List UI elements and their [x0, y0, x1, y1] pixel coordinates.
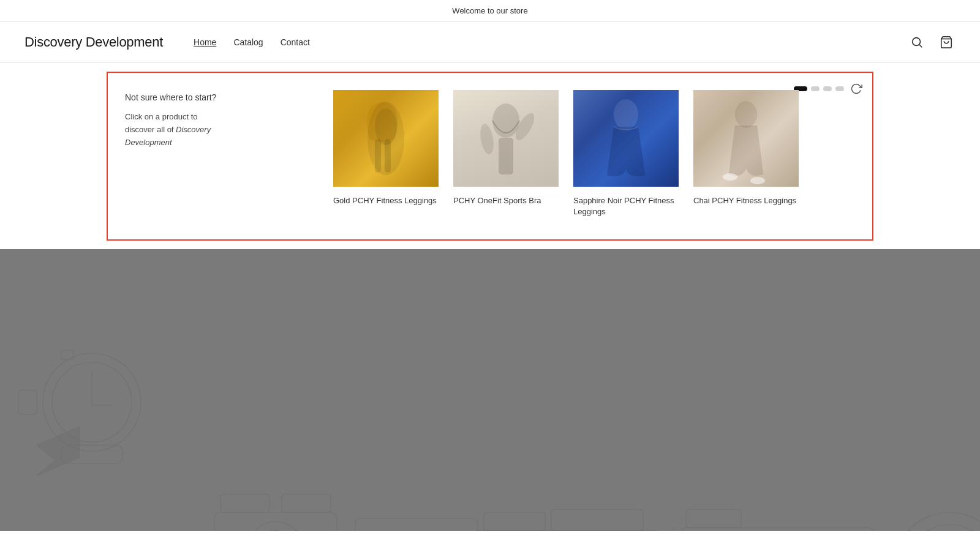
svg-point-10 [614, 99, 638, 130]
svg-rect-4 [375, 139, 381, 173]
search-button[interactable] [908, 33, 926, 51]
search-icon [910, 36, 924, 49]
featured-inner: Not sure where to start? Click on a prod… [125, 90, 853, 217]
svg-point-11 [735, 101, 757, 128]
product-image-4 [693, 90, 799, 187]
svg-rect-19 [18, 390, 37, 414]
svg-point-3 [375, 108, 397, 145]
nav-home[interactable]: Home [194, 37, 216, 47]
cart-icon [940, 36, 953, 49]
svg-point-12 [723, 173, 737, 181]
carousel-dot-3[interactable] [823, 86, 832, 91]
svg-point-48 [894, 512, 980, 531]
product-card-4[interactable]: Chai PCHY Fitness Leggings [693, 90, 799, 217]
svg-point-13 [750, 177, 765, 184]
refresh-icon [850, 83, 862, 95]
svg-rect-35 [484, 512, 545, 531]
svg-rect-7 [499, 138, 513, 174]
product-card-3[interactable]: Sapphire Noir PCHY Fitness Leggings [573, 90, 679, 217]
svg-point-0 [913, 38, 921, 46]
header-icons [908, 33, 956, 51]
product-image-2 [453, 90, 559, 187]
product-title-1: Gold PCHY Fitness Leggings [333, 195, 439, 206]
product-figure-2 [453, 90, 559, 187]
product-title-3: Sapphire Noir PCHY Fitness Leggings [573, 195, 679, 217]
product-image-3 [573, 90, 679, 187]
product-figure-1 [333, 90, 439, 187]
svg-point-49 [907, 525, 980, 531]
site-header: Discovery Development Home Catalog Conta… [0, 22, 980, 63]
svg-rect-57 [355, 519, 478, 531]
cart-button[interactable] [937, 33, 956, 51]
product-card-2[interactable]: PCHY OneFit Sports Bra [453, 90, 559, 217]
main-content: Not sure where to start? Click on a prod… [0, 72, 980, 531]
svg-marker-21 [37, 427, 80, 476]
carousel-dot-2[interactable] [811, 86, 820, 91]
featured-section: Not sure where to start? Click on a prod… [107, 72, 873, 241]
svg-rect-26 [282, 494, 331, 512]
svg-rect-5 [385, 139, 391, 173]
intro-heading: Not sure where to start? [125, 92, 235, 102]
svg-point-8 [478, 123, 496, 156]
carousel-controls [794, 83, 862, 95]
main-nav: Home Catalog Contact [194, 37, 908, 47]
svg-rect-40 [686, 509, 741, 528]
nav-contact[interactable]: Contact [281, 37, 310, 47]
product-figure-4 [693, 90, 799, 187]
product-figure-3 [573, 90, 679, 187]
product-card-1[interactable]: Gold PCHY Fitness Leggings [333, 90, 439, 217]
site-logo[interactable]: Discovery Development [24, 34, 163, 50]
carousel-refresh-button[interactable] [850, 83, 862, 95]
announcement-text: Welcome to our store [452, 6, 527, 15]
intro-description: Click on a product to discover all of Di… [125, 111, 229, 149]
svg-rect-25 [221, 494, 270, 512]
product-title-2: PCHY OneFit Sports Bra [453, 195, 559, 206]
featured-left: Not sure where to start? Click on a prod… [125, 90, 235, 149]
bg-pattern-svg [0, 249, 980, 531]
svg-point-23 [248, 522, 303, 531]
carousel-dot-4[interactable] [835, 86, 844, 91]
svg-line-1 [919, 45, 922, 47]
announcement-bar: Welcome to our store [0, 0, 980, 22]
product-title-4: Chai PCHY Fitness Leggings [693, 195, 799, 206]
svg-rect-36 [551, 509, 643, 531]
background-section [0, 249, 980, 531]
product-image-1 [333, 90, 439, 187]
svg-rect-37 [680, 528, 876, 531]
nav-catalog[interactable]: Catalog [233, 37, 263, 47]
products-row: Gold PCHY Fitness Leggings [333, 90, 813, 217]
